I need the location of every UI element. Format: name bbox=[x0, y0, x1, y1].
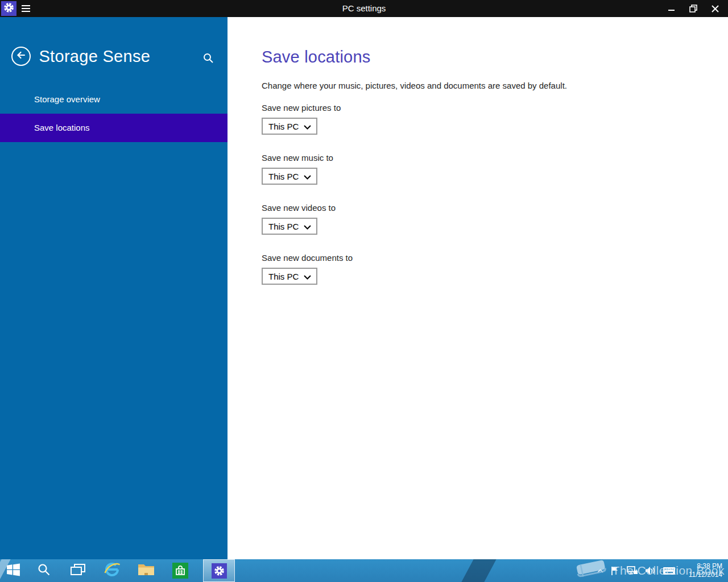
touch-keyboard-icon[interactable] bbox=[663, 567, 676, 575]
taskbar-search-button[interactable] bbox=[27, 559, 61, 582]
chevron-down-icon bbox=[304, 172, 311, 181]
save-music-dropdown[interactable]: This PC bbox=[262, 168, 317, 185]
clock-time: 8:38 PM bbox=[697, 562, 722, 571]
sidebar-nav: Storage overview Save locations bbox=[0, 85, 228, 142]
dropdown-value: This PC bbox=[268, 222, 299, 231]
chevron-down-icon bbox=[304, 272, 311, 281]
search-button[interactable] bbox=[202, 52, 214, 66]
save-videos-dropdown[interactable]: This PC bbox=[262, 218, 317, 235]
search-icon bbox=[37, 563, 51, 579]
task-view-button[interactable] bbox=[61, 559, 95, 582]
page-title: Save locations bbox=[262, 48, 705, 66]
save-music-label: Save new music to bbox=[262, 153, 705, 163]
back-arrow-icon bbox=[16, 50, 26, 63]
action-center-flag-icon[interactable] bbox=[610, 566, 620, 576]
taskbar-clock[interactable]: 8:38 PM 11/12/2014 bbox=[685, 562, 722, 579]
start-icon bbox=[6, 562, 21, 580]
sidebar-header: Storage Sense bbox=[0, 17, 228, 85]
dropdown-value: This PC bbox=[268, 172, 299, 181]
start-button[interactable] bbox=[0, 559, 27, 582]
minimize-button[interactable] bbox=[661, 0, 682, 17]
system-tray: 8:38 PM 11/12/2014 bbox=[594, 559, 728, 582]
internet-explorer-button[interactable] bbox=[95, 559, 129, 582]
window-controls bbox=[661, 0, 726, 17]
search-icon bbox=[202, 56, 214, 65]
store-button[interactable] bbox=[163, 559, 197, 582]
chevron-up-icon[interactable] bbox=[597, 569, 603, 573]
save-documents-dropdown[interactable]: This PC bbox=[262, 268, 317, 285]
titlebar: PC settings bbox=[0, 0, 728, 17]
save-pictures-group: Save new pictures to This PC bbox=[262, 103, 705, 135]
file-explorer-icon bbox=[138, 563, 155, 579]
internet-explorer-icon bbox=[104, 561, 121, 580]
task-view-icon bbox=[71, 564, 85, 578]
save-pictures-dropdown[interactable]: This PC bbox=[262, 118, 317, 135]
store-icon bbox=[172, 563, 188, 579]
taskbar: 8:38 PM 11/12/2014 The Collection Book bbox=[0, 559, 728, 582]
dropdown-value: This PC bbox=[268, 122, 299, 131]
settings-taskbar-button[interactable] bbox=[203, 559, 235, 582]
restore-button[interactable] bbox=[682, 0, 704, 17]
settings-icon bbox=[212, 563, 227, 579]
sidebar-item-save-locations[interactable]: Save locations bbox=[0, 114, 228, 142]
save-music-group: Save new music to This PC bbox=[262, 153, 705, 185]
back-button[interactable] bbox=[11, 47, 31, 66]
taskbar-icons bbox=[0, 559, 235, 582]
close-button[interactable] bbox=[704, 0, 726, 17]
file-explorer-button[interactable] bbox=[129, 559, 163, 582]
page-description: Change where your music, pictures, video… bbox=[262, 81, 705, 90]
dropdown-value: This PC bbox=[268, 272, 299, 281]
network-icon[interactable] bbox=[627, 566, 638, 575]
sidebar-item-storage-overview[interactable]: Storage overview bbox=[0, 85, 228, 114]
window-title: PC settings bbox=[0, 0, 728, 17]
main-content: Save locations Change where your music, … bbox=[228, 17, 728, 559]
sidebar-title: Storage Sense bbox=[39, 47, 150, 66]
save-pictures-label: Save new pictures to bbox=[262, 103, 705, 113]
save-documents-label: Save new documents to bbox=[262, 253, 705, 263]
save-documents-group: Save new documents to This PC bbox=[262, 253, 705, 285]
chevron-down-icon bbox=[304, 122, 311, 131]
volume-icon[interactable] bbox=[645, 566, 656, 575]
clock-date: 11/12/2014 bbox=[689, 571, 722, 579]
save-videos-label: Save new videos to bbox=[262, 203, 705, 213]
chevron-down-icon bbox=[304, 222, 311, 231]
wallpaper-stripe bbox=[460, 559, 498, 582]
save-videos-group: Save new videos to This PC bbox=[262, 203, 705, 235]
sidebar: Storage Sense Storage overview Save loca… bbox=[0, 17, 228, 559]
